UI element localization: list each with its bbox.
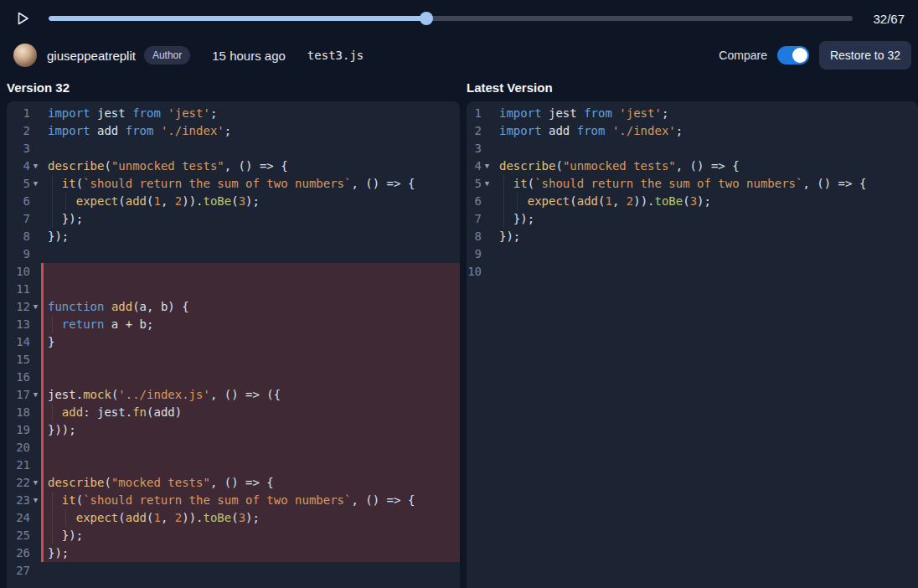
line-number: 3: [7, 140, 30, 157]
line-number: 11: [7, 281, 30, 298]
code-line-removed: [41, 456, 460, 474]
code-row: 14}: [7, 333, 460, 351]
indent-guide: [52, 193, 53, 210]
code-row: 11: [7, 281, 460, 298]
fold-gutter: [482, 263, 493, 281]
code-editor-version-32[interactable]: 1import jest from 'jest';2import add fro…: [7, 101, 460, 588]
toggle-knob: [792, 48, 807, 63]
fold-gutter: [30, 439, 41, 456]
fold-gutter: [482, 210, 493, 228]
line-number: 6: [7, 193, 30, 210]
line-number: 9: [7, 245, 30, 263]
fold-gutter: [30, 333, 41, 351]
fold-arrow-icon[interactable]: ▼: [30, 474, 41, 492]
panel-latest-version: Latest Version 1import jest from 'jest';…: [467, 74, 918, 588]
fold-gutter: [30, 509, 41, 527]
code-editor-latest[interactable]: 1import jest from 'jest';2import add fro…: [467, 101, 918, 588]
version-slider[interactable]: [49, 12, 853, 25]
code-row: 19}));: [7, 421, 460, 439]
line-number: 17: [7, 386, 30, 404]
fold-gutter: [30, 351, 41, 369]
line-number: 19: [7, 421, 30, 439]
fold-arrow-icon[interactable]: ▼: [30, 386, 41, 404]
filename[interactable]: test3.js: [307, 49, 364, 62]
line-number: 4: [7, 157, 30, 175]
indent-guide: [52, 527, 53, 544]
code-row: 7 });: [467, 210, 918, 228]
code-row: 1import jest from 'jest';: [467, 105, 918, 122]
line-number: 23: [7, 492, 30, 509]
username: giuseppeatreplit: [47, 49, 136, 63]
indent-guide: [52, 316, 53, 333]
code-line: expect(add(1, 2)).toBe(3);: [41, 193, 460, 210]
fold-arrow-icon[interactable]: ▼: [482, 175, 493, 193]
line-number: 14: [7, 333, 30, 351]
line-number: 22: [7, 474, 30, 492]
fold-arrow-icon[interactable]: ▼: [30, 492, 41, 509]
slider-track[interactable]: [49, 16, 853, 21]
code-line: import add from './index';: [41, 122, 460, 140]
avatar[interactable]: [13, 44, 37, 67]
line-number: 20: [7, 439, 30, 456]
code-line-removed: function add(a, b) {: [41, 298, 460, 316]
play-icon: [14, 10, 31, 27]
code-row: 9: [467, 245, 918, 263]
indent-guide: [52, 175, 53, 193]
code-row: 3: [467, 140, 918, 157]
code-line: [41, 140, 460, 157]
code-line-removed: [41, 439, 460, 456]
line-number: 24: [7, 509, 30, 527]
fold-gutter: [30, 421, 41, 439]
code-line-removed: });: [41, 544, 460, 562]
code-line: [493, 140, 918, 157]
restore-button[interactable]: Restore to 32: [819, 41, 911, 70]
line-number: 7: [467, 210, 482, 228]
indent-guide: [517, 193, 518, 210]
fold-gutter: [482, 122, 493, 140]
code-line-removed: [41, 281, 460, 298]
fold-gutter: [30, 105, 41, 122]
version-meta-bar: giuseppeatreplit Author 15 hours ago tes…: [0, 37, 918, 74]
fold-gutter: [30, 544, 41, 562]
line-number: 16: [7, 369, 30, 386]
fold-gutter: [30, 263, 41, 281]
fold-gutter: [30, 228, 41, 245]
fold-arrow-icon[interactable]: ▼: [30, 298, 41, 316]
code-row: 4▼describe("unmocked tests", () => {: [467, 157, 918, 175]
fold-gutter: [482, 245, 493, 263]
line-number: 10: [467, 263, 482, 281]
code-line: [41, 562, 460, 580]
line-number: 1: [467, 105, 482, 122]
fold-arrow-icon[interactable]: ▼: [30, 157, 41, 175]
line-number: 2: [467, 122, 482, 140]
code-row: 8});: [467, 228, 918, 245]
code-line: import jest from 'jest';: [41, 105, 460, 122]
fold-gutter: [30, 122, 41, 140]
fold-gutter: [30, 562, 41, 580]
code-row: 21: [7, 456, 460, 474]
indent-guide: [52, 492, 53, 509]
play-button[interactable]: [12, 8, 34, 29]
code-row: 15: [7, 351, 460, 369]
fold-gutter: [30, 281, 41, 298]
fold-gutter: [30, 140, 41, 157]
indent-guide: [65, 193, 66, 210]
code-line-removed: });: [41, 527, 460, 544]
slider-thumb[interactable]: [420, 12, 433, 25]
fold-arrow-icon[interactable]: ▼: [30, 175, 41, 193]
fold-arrow-icon[interactable]: ▼: [482, 157, 493, 175]
compare-toggle[interactable]: [777, 46, 809, 64]
code-line: describe("unmocked tests", () => {: [493, 157, 918, 175]
code-row: 26});: [7, 544, 460, 562]
code-row: 13 return a + b;: [7, 316, 460, 333]
code-row: 20: [7, 439, 460, 456]
code-line: [493, 263, 918, 281]
code-line-removed: describe("mocked tests", () => {: [41, 474, 460, 492]
line-number: 12: [7, 298, 30, 316]
code-row: 12▼function add(a, b) {: [7, 298, 460, 316]
line-number: 15: [7, 351, 30, 369]
code-row: 8});: [7, 228, 460, 245]
fold-gutter: [30, 404, 41, 421]
code-line: it(`should return the sum of two numbers…: [493, 175, 918, 193]
code-line-removed: return a + b;: [41, 316, 460, 333]
